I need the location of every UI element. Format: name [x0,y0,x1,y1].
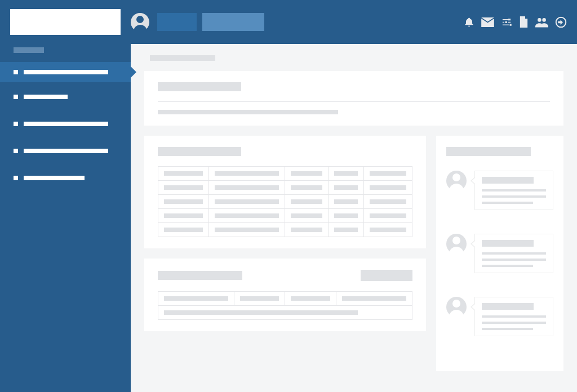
activity-body [474,171,553,210]
top-bar [0,0,577,44]
logo[interactable] [10,9,121,35]
mail-icon[interactable] [481,17,494,27]
table-row [158,292,412,306]
activity-body [474,297,553,336]
users-icon[interactable] [535,17,548,28]
intro-title [158,82,241,91]
activity-item [446,234,553,273]
activity-item [446,171,553,210]
breadcrumb [150,55,215,61]
avatar-icon [446,234,467,254]
activity-item [446,297,553,336]
sidebar [0,44,131,392]
sidebar-item-1[interactable] [0,62,131,82]
sliders-icon[interactable] [501,17,512,28]
table-row [158,181,412,195]
avatar-icon [446,297,467,317]
sidebar-item-2[interactable] [0,87,131,107]
header-nav-button-a[interactable] [157,13,197,31]
data-table [158,166,412,237]
form-table [158,291,412,320]
table-row [158,209,412,223]
form-card [144,259,426,331]
logout-icon[interactable] [555,16,567,28]
document-icon[interactable] [519,16,529,28]
intro-subtitle [158,110,338,114]
table-title [158,147,241,156]
table-row [158,195,412,209]
header-icon-tray [464,16,567,28]
intro-card [144,71,563,126]
sidebar-item-4[interactable] [0,141,131,161]
table-row [158,306,412,320]
form-title [158,271,242,280]
avatar-icon [446,171,467,191]
form-action-button[interactable] [361,270,412,281]
table-card [144,136,426,248]
main-content [131,44,577,392]
table-row [158,223,412,237]
table-row [158,167,412,181]
user-avatar-icon[interactable] [131,13,149,32]
sidebar-section-header [0,47,131,59]
sidebar-item-5[interactable] [0,168,131,188]
activity-title [446,147,531,156]
activity-card [436,136,563,371]
activity-body [474,234,553,273]
bell-icon[interactable] [464,17,474,28]
header-nav-button-b[interactable] [202,13,264,31]
sidebar-item-3[interactable] [0,114,131,134]
